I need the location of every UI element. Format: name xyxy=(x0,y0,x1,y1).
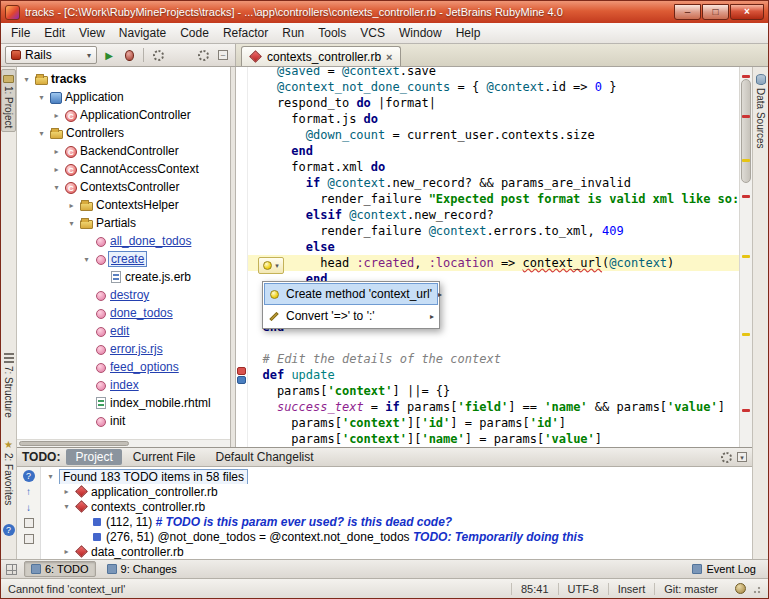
menu-file[interactable]: File xyxy=(4,24,37,42)
menu-navigate[interactable]: Navigate xyxy=(112,24,173,42)
tree-toggle-icon[interactable]: ▾ xyxy=(21,75,32,84)
tree-toggle-icon[interactable]: ▸ xyxy=(66,201,77,210)
code-line[interactable]: else xyxy=(248,239,739,255)
project-tree-item-feed-options[interactable]: feed_options xyxy=(17,358,230,376)
resize-grip[interactable] xyxy=(751,584,761,594)
error-stripe-mark[interactable] xyxy=(742,255,750,258)
project-tree-item-backendcontroller[interactable]: ▸BackendController xyxy=(17,142,230,160)
error-stripe-mark[interactable] xyxy=(742,159,750,162)
view-options-button[interactable] xyxy=(195,47,211,63)
tree-toggle-icon[interactable]: ▾ xyxy=(36,129,47,138)
menu-window[interactable]: Window xyxy=(392,24,449,42)
maximize-button[interactable]: □ xyxy=(702,4,729,20)
menu-vcs[interactable]: VCS xyxy=(353,24,392,42)
toolwindow-button-favorites[interactable]: ★ 2: Favorites xyxy=(2,437,15,508)
todo-tree-item[interactable]: (276, 51) @not_done_todos = @context.not… xyxy=(41,529,752,544)
code-line[interactable]: render_failure "Expected post format is … xyxy=(248,191,739,207)
tree-toggle-icon[interactable]: ▾ xyxy=(36,93,47,102)
todo-tree-item[interactable]: (112, 11) # TODO is this param ever used… xyxy=(41,514,752,529)
tree-toggle-icon[interactable]: ▾ xyxy=(66,219,77,228)
tree-toggle-icon[interactable]: ▾ xyxy=(81,255,92,264)
insert-mode[interactable]: Insert xyxy=(608,583,655,595)
tree-toggle-icon[interactable]: ▾ xyxy=(51,183,62,192)
tree-toggle-icon[interactable]: ▸ xyxy=(51,165,62,174)
project-tree-item-contextscontroller[interactable]: ▾ContextsController xyxy=(17,178,230,196)
gear-icon[interactable] xyxy=(721,452,732,463)
scrollbar-thumb[interactable] xyxy=(19,441,129,446)
toolwindow-button-6-todo[interactable]: 6: TODO xyxy=(24,561,96,577)
editor-scrollbar[interactable] xyxy=(739,67,752,447)
project-tree-item-create-js-erb[interactable]: create.js.erb xyxy=(17,268,230,286)
help-icon[interactable]: ? xyxy=(23,470,35,482)
todo-tree-item[interactable]: ▸data_controller.rb xyxy=(41,544,752,559)
project-tree-item-applicationcontroller[interactable]: ▸ApplicationController xyxy=(17,106,230,124)
menu-help[interactable]: Help xyxy=(449,24,488,42)
tree-toggle-icon[interactable]: ▸ xyxy=(61,547,72,556)
code-line[interactable]: success_text = if params['field'] == 'na… xyxy=(248,399,739,415)
intention-bulb-button[interactable]: ▾ xyxy=(258,257,284,274)
help-icon[interactable]: ? xyxy=(3,524,15,536)
close-button[interactable]: × xyxy=(730,4,764,20)
menu-refactor[interactable]: Refactor xyxy=(216,24,275,42)
toolwindow-button-project[interactable]: 1: Project xyxy=(1,69,16,132)
error-stripe-mark[interactable] xyxy=(742,195,750,198)
tree-horizontal-scrollbar[interactable] xyxy=(17,439,230,447)
git-branch[interactable]: Git: master xyxy=(654,583,727,595)
code-line[interactable]: @down_count = current_user.contexts.size xyxy=(248,127,739,143)
code-line[interactable]: format.js do xyxy=(248,111,739,127)
rails-action-gutter-icon[interactable] xyxy=(237,367,246,375)
inspections-profile-icon[interactable] xyxy=(735,583,746,594)
code-line[interactable]: render_failure @context.errors.to_xml, 4… xyxy=(248,223,739,239)
menu-tools[interactable]: Tools xyxy=(311,24,353,42)
todo-tree-item[interactable]: ▾contexts_controller.rb xyxy=(41,499,752,514)
todo-tab-project[interactable]: Project xyxy=(66,449,121,465)
menu-code[interactable]: Code xyxy=(173,24,216,42)
code-line[interactable]: head :created, :location => context_url(… xyxy=(248,255,739,271)
next-todo-icon[interactable]: ↓ xyxy=(22,500,36,514)
project-tree-item-cannotaccesscontext[interactable]: ▸CannotAccessContext xyxy=(17,160,230,178)
tree-toggle-icon[interactable]: ▾ xyxy=(45,472,56,481)
close-tab-icon[interactable]: × xyxy=(386,51,392,63)
todo-tree-item[interactable]: ▸application_controller.rb xyxy=(41,484,752,499)
minimize-button[interactable]: – xyxy=(674,4,701,20)
code-line[interactable]: params['context']['id'] = params['id'] xyxy=(248,415,739,431)
run-configuration-combo[interactable]: Rails ▾ xyxy=(5,46,97,64)
intention-item[interactable]: Convert '=>' to ':'▸ xyxy=(264,305,438,327)
hide-panel-icon[interactable]: ▾ xyxy=(737,452,747,462)
code-line[interactable]: @saved = @context.save xyxy=(248,67,739,79)
project-tree-item-partials[interactable]: ▾Partials xyxy=(17,214,230,232)
rails-view-gutter-icon[interactable] xyxy=(237,376,246,384)
code-line[interactable]: if @context.new_record? && params_are_in… xyxy=(248,175,739,191)
run-button[interactable]: ▶ xyxy=(101,47,117,63)
toolwindow-button-structure[interactable]: 7: Structure xyxy=(2,350,15,421)
code-line[interactable]: format.xml do xyxy=(248,159,739,175)
tree-toggle-icon[interactable]: ▸ xyxy=(51,147,62,156)
project-tree-item-all-done-todos[interactable]: all_done_todos xyxy=(17,232,230,250)
project-tree-item-application[interactable]: ▾Application xyxy=(17,88,230,106)
previous-todo-icon[interactable]: ↑ xyxy=(22,484,36,498)
toolwindow-switcher-icon[interactable] xyxy=(6,564,17,575)
project-tree-item-index-mobile-rhtml[interactable]: index_mobile.rhtml xyxy=(17,394,230,412)
tree-toggle-icon[interactable]: ▾ xyxy=(61,502,72,511)
intention-item[interactable]: Create method 'context_url'▸ xyxy=(264,283,438,305)
toolwindow-button-9-changes[interactable]: 9: Changes xyxy=(100,561,184,577)
project-tree-item-tracks[interactable]: ▾tracks xyxy=(17,70,230,88)
scrollbar-thumb[interactable] xyxy=(741,79,751,183)
project-tree-item-controllers[interactable]: ▾Controllers xyxy=(17,124,230,142)
debug-button[interactable] xyxy=(121,47,137,63)
code-line[interactable]: respond_to do |format| xyxy=(248,95,739,111)
code-line[interactable]: @context_not_done_counts = { @context.id… xyxy=(248,79,739,95)
caret-position[interactable]: 85:41 xyxy=(511,583,558,595)
error-stripe-mark[interactable] xyxy=(742,333,750,336)
tree-toggle-icon[interactable]: ▸ xyxy=(61,487,72,496)
error-stripe-mark[interactable] xyxy=(742,409,750,412)
project-tree-item-create[interactable]: ▾create xyxy=(17,250,230,268)
menu-edit[interactable]: Edit xyxy=(37,24,72,42)
project-tree-item-init[interactable]: init xyxy=(17,412,230,430)
code-line[interactable]: # Edit the details of the context xyxy=(248,351,739,367)
toolwindow-button-event-log[interactable]: Event Log xyxy=(685,561,763,577)
todo-tab-current-file[interactable]: Current File xyxy=(124,449,205,465)
project-tree-item-done-todos[interactable]: done_todos xyxy=(17,304,230,322)
menu-view[interactable]: View xyxy=(72,24,112,42)
file-encoding[interactable]: UTF-8 xyxy=(558,583,608,595)
